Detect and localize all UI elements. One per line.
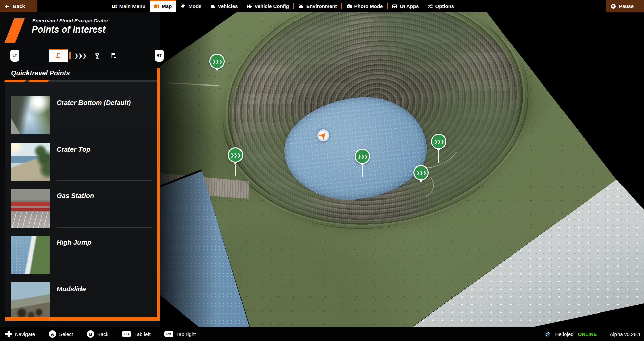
pause-label: Pause [619,3,634,9]
item-title: Mudslide [57,282,152,293]
version-label: Alpha v0.28.1 [610,331,641,337]
apps-icon [392,4,397,9]
nav-label: Map [162,3,172,9]
fast-travel-chevrons-icon: ❯❯❯ [230,153,241,157]
hint-label: Navigate [15,331,35,337]
hint-back: B Back [87,330,108,338]
item-title: Crater Bottom (Default) [57,96,152,107]
pin-tail [215,68,219,71]
beamng-logo-slash [4,18,25,43]
item-title: High Jump [57,236,152,246]
pause-button[interactable]: Pause [606,0,644,12]
nav-vehicle-config[interactable]: Vehicle Config [243,0,293,12]
rb-button-icon: RB [164,331,173,337]
main-menu-icon [112,4,117,9]
location-thumbnail [11,236,50,274]
nav-label: Vehicles [218,3,238,9]
back-arrow-icon [5,4,10,9]
quicktravel-pin[interactable]: ❯❯❯ [431,134,446,163]
section-divider [5,80,160,82]
pin-balloon: ❯❯❯ [431,134,446,149]
fast-travel-chevrons-icon: ❯❯❯ [416,171,426,175]
sliders-icon [428,4,433,9]
list-item-mudslide[interactable]: Mudslide [11,282,152,321]
weather-icon [299,4,304,9]
username: Hellojed [555,331,573,337]
a-button-icon: A [49,330,56,338]
controller-hint-bar: Navigate A Select B Back LB Tab left RB … [0,327,644,341]
nav-label: Main Menu [119,3,146,9]
quicktravel-pin[interactable]: ❯❯❯ [355,149,370,177]
pause-menu-icon [611,4,616,9]
quicktravel-pin[interactable]: ❯❯❯ [413,165,429,194]
fast-travel-chevrons-icon: ❯❯❯ [74,53,86,59]
pin-stem [421,182,421,194]
hint-label: Back [97,331,108,337]
b-button-icon: B [87,330,94,338]
nav-divider [387,3,388,9]
flag-icon [55,52,62,59]
page-title: Points of Interest [32,24,106,35]
quicktravel-pin[interactable]: ❯❯❯ [228,147,243,176]
nav-photo-mode[interactable]: Photo Mode [342,0,387,12]
player-arrow-icon [319,131,328,140]
location-thumbnail [11,143,50,181]
pin-tail [419,179,423,182]
tab-challenges[interactable] [91,50,103,61]
list-item-high-jump[interactable]: High Jump [11,236,152,274]
nav-label: Environment [306,3,337,9]
item-title: Crater Top [57,143,152,153]
nav-vehicles[interactable]: Vehicles [206,0,242,12]
hint-navigate: Navigate [5,331,35,337]
poi-panel: Freeroam / Flood Escape Crater Points of… [0,12,160,327]
tab-strip: LT ❯❯❯ RT [0,49,160,63]
quicktravel-pin[interactable]: ❯❯❯ [209,54,225,82]
car-icon [210,4,215,9]
nav-divider [341,3,342,9]
back-button[interactable]: Back [0,0,37,12]
hint-label: Tab right [176,331,196,337]
session-info: Hellojed ONLINE Alpha v0.28.1 [544,330,641,338]
nav-label: Vehicle Config [255,3,289,9]
tab-add-poi[interactable] [107,50,119,61]
pin-stem [438,151,439,163]
nav-environment[interactable]: Environment [294,0,341,12]
left-bumper-badge: LT [10,50,19,62]
list-item-gas-station[interactable]: Gas Station [11,189,152,228]
divider-accent [28,80,49,82]
nav-main-menu[interactable]: Main Menu [107,0,150,12]
panel-accent-border-right [157,68,160,321]
nav-label: Mods [188,3,201,9]
tab-quicktravel[interactable]: ❯❯❯ [74,50,86,61]
player-marker[interactable] [317,129,329,141]
top-nav: Main Menu Map Mods Vehicles Vehicle Conf… [107,0,459,12]
nav-label: Photo Mode [354,3,383,9]
nav-mods[interactable]: Mods [176,0,206,12]
trophy-icon [94,52,101,59]
list-item-crater-bottom[interactable]: Crater Bottom (Default) [11,96,152,134]
fast-travel-chevrons-icon: ❯❯❯ [434,139,444,144]
nav-label: Options [435,3,454,9]
nav-map[interactable]: Map [150,0,176,12]
nav-options[interactable]: Options [423,0,459,12]
pin-stem [235,165,236,176]
nav-label: UI Apps [400,3,419,9]
section-title: Quicktravel Points [5,66,160,80]
dpad-icon [5,331,12,337]
pin-balloon: ❯❯❯ [355,149,370,164]
pin-stem [362,166,363,177]
hint-tab-right: RB Tab right [164,331,196,337]
hint-label: Tab left [134,331,150,337]
list-item-crater-top[interactable]: Crater Top [11,143,152,181]
pin-tail [360,163,365,166]
pin-tail [233,162,238,165]
fast-travel-chevrons-icon: ❯❯❯ [212,59,222,64]
quicktravel-section: Quicktravel Points Crater Bottom (Defaul… [5,66,160,321]
breadcrumb: Freeroam / Flood Escape Crater [32,18,108,23]
steam-icon [544,331,551,337]
nav-divider [293,3,294,9]
nav-ui-apps[interactable]: UI Apps [388,0,423,12]
pin-balloon: ❯❯❯ [413,165,429,180]
tab-points-of-interest[interactable] [49,49,68,62]
quicktravel-list: Crater Bottom (Default) Crater Top Gas S… [11,96,152,329]
